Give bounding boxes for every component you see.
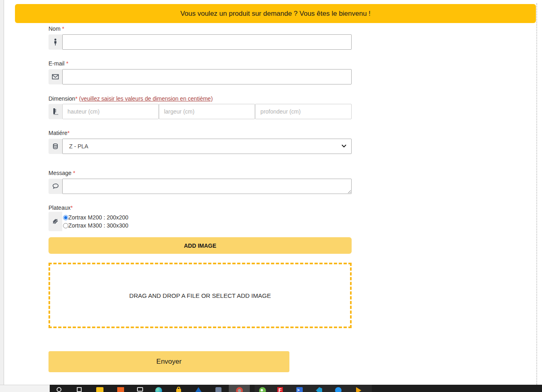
envelope-icon (49, 69, 62, 84)
dimension-note-link[interactable]: (veuillez saisir les valeurs de dimensio… (79, 95, 213, 102)
promo-banner-text: Vous voulez un produit sur demande ? Vou… (180, 10, 371, 18)
speech-bubble-icon (49, 179, 62, 194)
message-textarea[interactable] (62, 179, 352, 194)
search-icon[interactable] (55, 387, 63, 392)
plateaux-radio-m300[interactable] (63, 223, 68, 228)
file-explorer-icon[interactable] (95, 387, 104, 392)
blue-wing-app-icon[interactable] (314, 387, 323, 392)
matiere-select[interactable]: Z - PLA (62, 139, 352, 154)
promo-banner: Vous voulez un produit sur demande ? Vou… (15, 4, 536, 23)
add-image-button[interactable]: ADD IMAGE (49, 237, 352, 254)
person-icon (49, 34, 62, 50)
console-app-icon[interactable]: >_ (295, 387, 304, 392)
required-asterisk: * (66, 60, 68, 67)
email-group (49, 69, 352, 84)
profondeur-input[interactable] (255, 104, 352, 119)
send-button[interactable]: Envoyer (49, 351, 289, 372)
dimension-group (49, 104, 352, 119)
material-stack-icon (49, 139, 62, 154)
hauteur-input[interactable] (62, 104, 159, 119)
plateaux-radio-m200[interactable] (63, 215, 68, 220)
required-asterisk: * (67, 130, 70, 136)
page-right-dotted-border (536, 3, 537, 385)
largeur-input[interactable] (159, 104, 255, 119)
green-app-icon[interactable] (258, 387, 267, 392)
required-asterisk: * (62, 25, 64, 32)
plateaux-option-m300[interactable]: Zortrax M300 : 300x300 (63, 221, 129, 230)
matiere-select-wrap: Z - PLA (62, 139, 352, 154)
dropzone-text: DRAG AND DROP A FILE OR SELECT ADD IMAGE (129, 292, 271, 299)
orange-triangle-app-icon[interactable] (354, 387, 363, 392)
matiere-label: Matiére* (49, 130, 352, 136)
ruler-icon (49, 104, 62, 119)
custom-order-form: Nom* E-mail* Dimension*(veuillez saisir … (49, 25, 352, 372)
file-dropzone[interactable]: DRAG AND DROP A FILE OR SELECT ADD IMAGE (49, 263, 352, 328)
message-label: Message* (49, 170, 352, 176)
required-asterisk: * (73, 170, 75, 176)
taskbar-left-segment (0, 385, 50, 392)
nom-label: Nom* (49, 25, 352, 32)
required-asterisk: * (70, 204, 72, 211)
plateaux-options: Zortrax M200 : 200x200 Zortrax M300 : 30… (63, 212, 129, 231)
blue-circle-app-icon[interactable] (334, 387, 343, 392)
plateaux-label: Plateaux* (49, 204, 352, 211)
required-asterisk: * (75, 95, 77, 102)
matiere-group: Z - PLA (49, 139, 352, 154)
task-view-icon[interactable] (75, 387, 84, 392)
edge-browser-icon[interactable] (154, 387, 163, 392)
message-group (49, 179, 352, 194)
nom-group (49, 34, 352, 50)
dimension-label: Dimension*(veuillez saisir les valeurs d… (49, 95, 352, 102)
email-label: E-mail* (49, 60, 352, 67)
lock-icon[interactable] (174, 387, 183, 392)
blue-diamond-app-icon[interactable] (194, 387, 203, 392)
layers-icon (49, 212, 62, 231)
plateaux-group: Zortrax M200 : 200x200 Zortrax M300 : 30… (49, 212, 352, 231)
red-f-app-icon[interactable]: F (276, 387, 285, 392)
windows-taskbar: F >_ (50, 385, 542, 392)
page-left-edge (0, 0, 4, 385)
page: Vous voulez un produit sur demande ? Vou… (0, 0, 542, 392)
nom-input[interactable] (62, 34, 352, 50)
red-circle-app-icon[interactable] (235, 387, 244, 392)
email-input[interactable] (62, 69, 352, 84)
orange-app-icon[interactable] (116, 387, 125, 392)
gray-app-icon[interactable] (214, 387, 223, 392)
plateaux-option-m200[interactable]: Zortrax M200 : 200x200 (63, 213, 129, 221)
printer-icon[interactable] (135, 387, 144, 392)
